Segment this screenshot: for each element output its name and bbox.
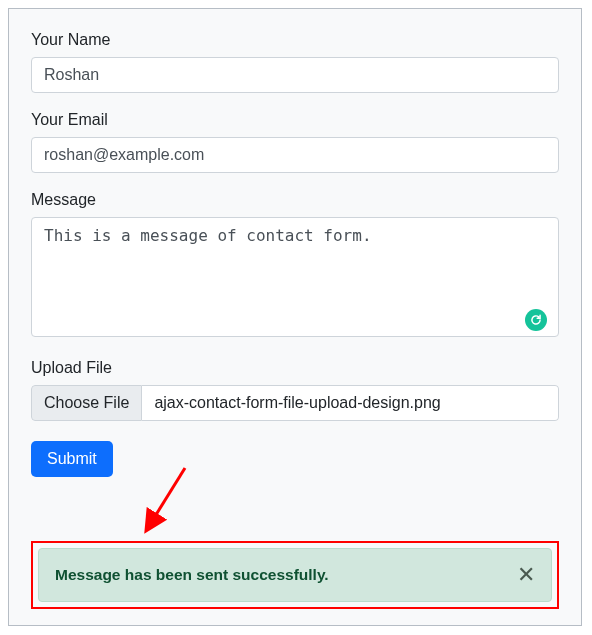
alert-text: Message has been sent successfully. [55,566,329,584]
message-input[interactable] [31,217,559,337]
upload-label: Upload File [31,359,559,377]
file-input-row: Choose File ajax-contact-form-file-uploa… [31,385,559,421]
file-name-display: ajax-contact-form-file-upload-design.png [142,385,559,421]
name-input[interactable] [31,57,559,93]
email-group: Your Email [31,111,559,173]
choose-file-button[interactable]: Choose File [31,385,142,421]
upload-group: Upload File Choose File ajax-contact-for… [31,359,559,421]
svg-line-0 [149,468,185,526]
close-icon[interactable]: ✕ [517,564,535,586]
contact-form-panel: Your Name Your Email Message Upload File… [8,8,582,626]
message-group: Message [31,191,559,341]
textarea-wrap [31,217,559,341]
success-alert: Message has been sent successfully. ✕ [38,548,552,602]
email-label: Your Email [31,111,559,129]
submit-button[interactable]: Submit [31,441,113,477]
email-input[interactable] [31,137,559,173]
message-label: Message [31,191,559,209]
grammarly-icon[interactable] [525,309,547,331]
annotation-arrow-icon [135,460,195,540]
name-group: Your Name [31,31,559,93]
name-label: Your Name [31,31,559,49]
alert-highlight: Message has been sent successfully. ✕ [31,541,559,609]
